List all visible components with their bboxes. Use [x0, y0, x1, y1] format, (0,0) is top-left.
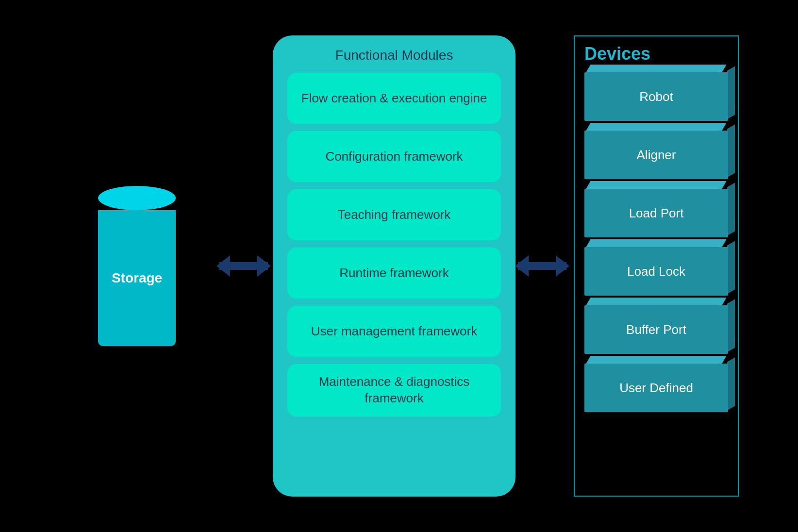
storage-section: Storage — [59, 0, 215, 532]
devices-title: Devices — [584, 44, 650, 64]
module-runtime: Runtime framework — [287, 248, 501, 299]
module-user-label: User management framework — [311, 323, 477, 340]
device-user-defined-front: User Defined — [584, 364, 728, 412]
device-aligner-front: Aligner — [584, 131, 728, 179]
cylinder-body: Storage — [98, 210, 176, 346]
device-load-port-front: Load Port — [584, 189, 728, 237]
device-user-defined-side — [727, 357, 735, 410]
device-user-defined-label: User Defined — [619, 381, 693, 396]
left-arrow-section — [215, 256, 273, 276]
module-teaching: Teaching framework — [287, 189, 501, 240]
device-load-port-side — [727, 183, 735, 235]
main-container: Storage Functional Modules Flow creation… — [0, 0, 798, 532]
device-robot-label: Robot — [639, 89, 673, 104]
right-arrow-section — [518, 256, 566, 276]
device-buffer-port: Buffer Port — [584, 305, 728, 354]
device-robot-top — [586, 65, 726, 72]
module-maintenance-label: Maintenance & diagnostics framework — [295, 374, 494, 407]
device-robot: Robot — [584, 72, 728, 121]
device-buffer-port-label: Buffer Port — [626, 322, 686, 337]
module-teaching-label: Teaching framework — [338, 207, 451, 223]
device-load-lock-top — [586, 239, 726, 247]
module-flow-creation: Flow creation & execution engine — [287, 73, 501, 124]
device-robot-front: Robot — [584, 72, 728, 121]
functional-modules-section: Functional Modules Flow creation & execu… — [273, 35, 515, 497]
device-aligner-side — [727, 124, 735, 177]
device-user-defined: User Defined — [584, 364, 728, 412]
module-flow-label: Flow creation & execution engine — [301, 90, 487, 107]
module-config-label: Configuration framework — [325, 149, 463, 165]
device-aligner: Aligner — [584, 131, 728, 179]
right-double-arrow — [518, 256, 566, 276]
module-user-mgmt: User management framework — [287, 306, 501, 357]
right-arrow-right-head — [556, 255, 569, 277]
device-load-lock-front: Load Lock — [584, 247, 728, 296]
device-load-port-label: Load Port — [629, 206, 684, 221]
device-aligner-top — [586, 123, 726, 131]
arrow-right-head — [257, 255, 271, 277]
device-load-lock: Load Lock — [584, 247, 728, 296]
device-load-lock-side — [727, 241, 735, 294]
cylinder-wrapper: Storage — [98, 186, 176, 346]
device-load-lock-label: Load Lock — [627, 264, 685, 279]
device-buffer-port-side — [727, 299, 735, 352]
left-double-arrow — [219, 256, 268, 276]
module-runtime-label: Runtime framework — [339, 265, 449, 282]
device-load-port-top — [586, 181, 726, 189]
device-user-defined-top — [586, 356, 726, 364]
device-aligner-label: Aligner — [637, 148, 676, 163]
device-buffer-port-front: Buffer Port — [584, 305, 728, 354]
module-configuration: Configuration framework — [287, 131, 501, 182]
device-robot-side — [727, 66, 735, 119]
cylinder-top — [98, 186, 176, 210]
device-load-port: Load Port — [584, 189, 728, 237]
devices-section: Devices Robot Aligner Load Port — [574, 35, 739, 497]
storage-label: Storage — [98, 270, 176, 286]
functional-title: Functional Modules — [335, 48, 453, 63]
device-buffer-port-top — [586, 298, 726, 305]
module-maintenance: Maintenance & diagnostics framework — [287, 364, 501, 416]
